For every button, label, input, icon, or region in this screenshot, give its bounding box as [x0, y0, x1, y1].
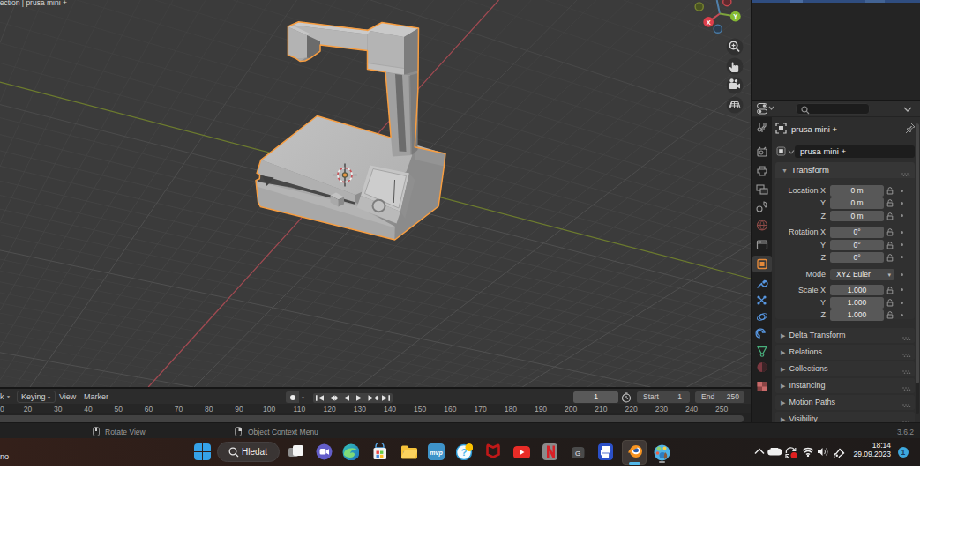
svg-text:Y: Y: [733, 12, 737, 20]
svg-text:X: X: [707, 19, 711, 26]
svg-text:llection | prusa mini +: llection | prusa mini +: [0, 0, 67, 7]
svg-text:mvp: mvp: [430, 450, 443, 457]
svg-text:G: G: [575, 449, 580, 457]
